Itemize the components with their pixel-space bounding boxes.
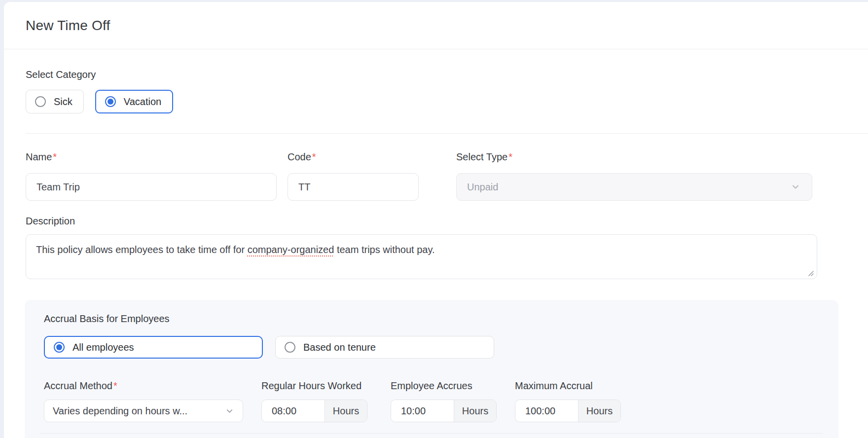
- maximum-accrual-group: Hours: [515, 400, 621, 422]
- new-time-off-card: New Time Off Select Category Sick Vacati…: [4, 2, 868, 438]
- accrual-basis-label: Accrual Basis for Employees: [44, 313, 838, 325]
- basis-option-all-employees[interactable]: All employees: [44, 336, 263, 359]
- maximum-accrual-input[interactable]: [515, 400, 578, 422]
- select-type-label: Select Type*: [456, 151, 812, 163]
- code-label: Code*: [288, 151, 419, 163]
- accrual-bottom-divider: [39, 433, 823, 434]
- hours-unit-label: Hours: [454, 400, 496, 422]
- description-text: This policy allows employees to take tim…: [36, 244, 248, 255]
- employee-accrues-label: Employee Accrues: [391, 380, 497, 392]
- regular-hours-label: Regular Hours Worked: [261, 380, 367, 392]
- required-asterisk: *: [508, 151, 512, 162]
- basis-option-label: All employees: [72, 342, 134, 353]
- category-option-sick[interactable]: Sick: [26, 90, 84, 113]
- regular-hours-input[interactable]: [262, 400, 325, 422]
- accrual-method-label: Accrual Method*: [44, 380, 243, 392]
- name-label: Name*: [26, 151, 277, 163]
- employee-accrues-group: Hours: [391, 400, 497, 422]
- chevron-down-icon: [225, 407, 234, 415]
- radio-unchecked-icon: [285, 342, 295, 353]
- code-input[interactable]: [288, 173, 419, 201]
- description-misspelled-word: company-organized: [248, 244, 334, 255]
- basis-option-label: Based on tenure: [303, 342, 376, 353]
- required-asterisk: *: [53, 151, 57, 162]
- category-option-vacation[interactable]: Vacation: [95, 90, 173, 113]
- description-text: team trips without pay.: [334, 244, 434, 255]
- description-label: Description: [26, 216, 868, 227]
- accrual-section: Accrual Basis for Employees All employee…: [25, 300, 838, 438]
- select-type-value: Unpaid: [467, 182, 498, 193]
- category-pill-row: Sick Vacation: [26, 90, 868, 113]
- card-header: New Time Off: [4, 2, 868, 49]
- radio-checked-icon: [54, 342, 65, 353]
- chevron-down-icon: [791, 182, 800, 191]
- name-input[interactable]: [26, 173, 277, 201]
- category-option-label: Sick: [54, 96, 72, 108]
- maximum-accrual-label: Maximum Accrual: [515, 380, 621, 392]
- accrual-basis-pill-row: All employees Based on tenure: [44, 336, 838, 359]
- hours-unit-label: Hours: [325, 400, 367, 422]
- required-asterisk: *: [113, 380, 117, 391]
- radio-unchecked-icon: [35, 96, 46, 107]
- category-option-label: Vacation: [124, 96, 161, 108]
- resize-handle-icon[interactable]: [807, 269, 814, 276]
- basis-option-based-on-tenure[interactable]: Based on tenure: [275, 336, 494, 359]
- section-divider: [26, 133, 868, 134]
- description-textarea[interactable]: This policy allows employees to take tim…: [26, 234, 817, 279]
- header-divider: [4, 49, 868, 49]
- page-title: New Time Off: [26, 18, 868, 34]
- radio-checked-icon: [105, 96, 116, 107]
- regular-hours-group: Hours: [261, 400, 367, 422]
- employee-accrues-input[interactable]: [391, 400, 454, 422]
- accrual-method-value: Varies depending on hours w...: [53, 405, 187, 417]
- select-category-label: Select Category: [26, 69, 868, 80]
- accrual-method-dropdown[interactable]: Varies depending on hours w...: [44, 400, 243, 422]
- select-type-dropdown[interactable]: Unpaid: [456, 173, 812, 201]
- required-asterisk: *: [312, 151, 316, 162]
- hours-unit-label: Hours: [578, 400, 620, 422]
